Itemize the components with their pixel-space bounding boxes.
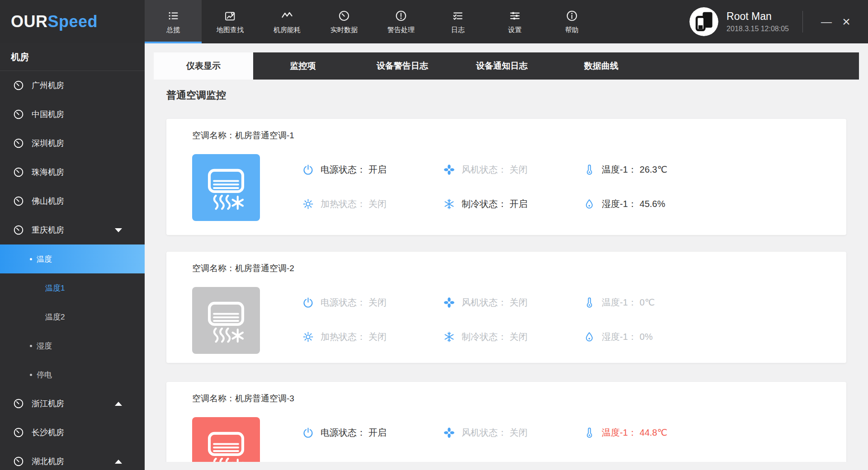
power-status: 电源状态： 开启 (302, 427, 443, 439)
sidebar-item-label: 长沙机房 (32, 427, 64, 438)
cooling-status: 制冷状态： 关闭 (443, 331, 583, 343)
stat-value: 45.6% (640, 199, 665, 209)
ac-name: 空调名称： 机房普通空调-3 (192, 393, 294, 404)
stat-value: 开启 (368, 427, 387, 439)
sidebar-item-humidity[interactable]: 湿度 (0, 331, 145, 360)
nav-item-overview[interactable]: 总揽 (145, 0, 202, 43)
alert-circle-icon (395, 9, 407, 22)
stat-label: 电源状态： (321, 164, 366, 176)
avatar-icon (689, 7, 718, 36)
sidebar-item-label: 广州机房 (32, 80, 64, 91)
nav-label: 地图查找 (217, 26, 244, 34)
nav-label: 帮助 (565, 26, 579, 34)
ac-stats-grid: 电源状态： 关闭 风机状态： 关闭 温度-1： 0℃ 加热状态： 关闭 制冷状态… (302, 285, 833, 354)
nav-item-map-search[interactable]: 地图查找 (202, 0, 259, 43)
sidebar-item-temperature[interactable]: 温度 (0, 244, 145, 273)
ac-name: 空调名称： 机房普通空调-1 (192, 130, 294, 141)
nav-label: 实时数据 (330, 26, 358, 34)
gauge-icon (13, 137, 24, 149)
tab-device-notice-log[interactable]: 设备通知日志 (452, 52, 552, 80)
nav-item-settings[interactable]: 设置 (486, 0, 543, 43)
temperature-reading: 温度-1： 0℃ (583, 296, 833, 309)
heat-sun-icon (302, 198, 314, 210)
sidebar-item-label: 湿度 (37, 341, 52, 351)
gauge-icon (13, 80, 24, 91)
sidebar-item-label: 停电 (37, 370, 52, 380)
fan-status: 风机状态： 关闭 (443, 427, 583, 439)
sidebar-item-label: 温度2 (45, 312, 65, 322)
gauge-icon (13, 224, 24, 236)
nav-label: 总揽 (166, 26, 180, 34)
tabbar-filler (651, 52, 859, 80)
nav-item-alert-handling[interactable]: 警告处理 (373, 0, 429, 43)
stat-label: 加热状态： (321, 331, 366, 343)
nav-item-help[interactable]: 帮助 (543, 0, 600, 43)
heating-status: 加热状态： 关闭 (302, 331, 443, 343)
ac-name-value: 机房普通空调-3 (235, 393, 294, 404)
sidebar-item-hubei-room[interactable]: 湖北机房 (0, 447, 145, 470)
nav-item-realtime-data[interactable]: 实时数据 (316, 0, 373, 43)
sidebar-item-label: 中国机房 (32, 109, 64, 120)
nav-item-logs[interactable]: 日志 (429, 0, 486, 43)
stat-value: 关闭 (509, 296, 528, 309)
sidebar-item-temperature-2[interactable]: 温度2 (0, 302, 145, 331)
user-area: Root Man 2018.3.15 12:08:05 — × (689, 0, 868, 43)
top-navigation: 总揽 地图查找 机房能耗 实时数据 警告处理 日志 设置 帮助 (145, 0, 600, 43)
nav-label: 日志 (451, 26, 465, 34)
stat-label: 风机状态： (462, 296, 507, 309)
sidebar-item-zhejiang-room[interactable]: 浙江机房 (0, 389, 145, 418)
power-icon (302, 296, 314, 309)
bullet-icon (30, 258, 32, 260)
gauge-icon (13, 398, 24, 409)
stat-label: 制冷状态： (462, 198, 507, 210)
log-list-icon (452, 9, 464, 22)
minimize-button[interactable]: — (816, 15, 836, 28)
thermometer-icon (583, 296, 595, 309)
stat-label: 风机状态： (462, 427, 507, 439)
user-avatar[interactable] (689, 7, 718, 36)
tab-gauge-display[interactable]: 仪表显示 (154, 52, 253, 80)
stat-label: 湿度-1： (602, 198, 637, 210)
nav-label: 设置 (508, 26, 522, 34)
ac-status-tile (192, 154, 260, 221)
nav-item-energy[interactable]: 机房能耗 (259, 0, 316, 43)
user-name: Root Man (726, 10, 789, 23)
sidebar-item-china-room[interactable]: 中国机房 (0, 100, 145, 129)
window-controls-divider (802, 11, 803, 33)
sidebar-item-shenzhen-room[interactable]: 深圳机房 (0, 129, 145, 158)
stat-label: 温度-1： (602, 296, 637, 309)
fan-status: 风机状态： 关闭 (443, 296, 583, 309)
sidebar-item-label: 佛山机房 (32, 196, 64, 207)
power-icon (302, 164, 314, 176)
energy-line-icon (281, 9, 293, 22)
sidebar-item-power-outage[interactable]: 停电 (0, 360, 145, 389)
stat-value: 44.8℃ (640, 427, 667, 438)
top-bar: OURSpeed 总揽 地图查找 机房能耗 实时数据 警告处理 日志 (0, 0, 868, 43)
nav-label: 警告处理 (387, 26, 415, 34)
help-info-icon (566, 9, 578, 22)
ac-stats-grid: 电源状态： 开启 风机状态： 关闭 温度-1： 26.3℃ 加热状态： 关闭 制… (302, 152, 833, 221)
sidebar-item-guangzhou-room[interactable]: 广州机房 (0, 71, 145, 100)
power-icon (302, 427, 314, 439)
sidebar-item-label: 湖北机房 (32, 456, 64, 467)
sidebar-item-changsha-room[interactable]: 长沙机房 (0, 418, 145, 447)
expand-arrow-icon (115, 460, 122, 464)
fan-status: 风机状态： 关闭 (443, 164, 583, 176)
tab-monitor-items[interactable]: 监控项 (253, 52, 353, 80)
close-button[interactable]: × (836, 14, 856, 29)
tab-device-alarm-log[interactable]: 设备警告日志 (353, 52, 452, 80)
fan-icon (443, 164, 455, 176)
sidebar-item-foshan-room[interactable]: 佛山机房 (0, 187, 145, 216)
sidebar-item-temperature-1[interactable]: 温度1 (0, 273, 145, 302)
thermometer-icon (583, 164, 595, 176)
current-datetime: 2018.3.15 12:08:05 (726, 25, 789, 33)
temperature-reading: 温度-1： 26.3℃ (583, 164, 833, 176)
humidity-drop-icon (583, 331, 595, 343)
stat-label: 电源状态： (321, 427, 366, 439)
ac-name: 空调名称： 机房普通空调-2 (192, 263, 294, 274)
tab-data-curve[interactable]: 数据曲线 (552, 52, 651, 80)
content-tabbar: 仪表显示 监控项 设备警告日志 设备通知日志 数据曲线 (154, 52, 859, 80)
sidebar-item-chongqing-room[interactable]: 重庆机房 (0, 216, 145, 244)
sidebar-item-zhuhai-room[interactable]: 珠海机房 (0, 158, 145, 187)
map-search-icon (224, 9, 236, 22)
